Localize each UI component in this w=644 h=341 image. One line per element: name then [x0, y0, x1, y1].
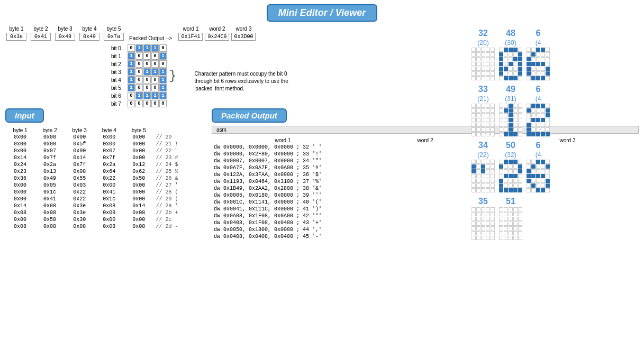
pixel-cell — [486, 160, 490, 164]
pixel-cell — [491, 76, 495, 80]
bit-cell[interactable]: 1 — [159, 84, 167, 91]
pixel-cell — [509, 231, 513, 235]
byte-value-2[interactable]: 0x41 — [31, 33, 51, 41]
bit-cell[interactable]: 1 — [143, 68, 151, 76]
pixel-cell — [504, 183, 508, 188]
bit-cell[interactable]: 0 — [135, 76, 143, 84]
char-number: 51 — [506, 197, 515, 206]
pixel-cell — [536, 104, 540, 108]
bit-cell[interactable]: 1 — [128, 84, 135, 91]
pixel-cell — [531, 113, 536, 117]
bit-cell[interactable]: 0 — [135, 52, 143, 60]
bit-cell[interactable]: 1 — [135, 44, 143, 52]
pixel-cell — [541, 48, 545, 52]
table-row: 0x080x080x3e0x080x08// 2b + — [5, 209, 196, 216]
pixel-grid — [527, 104, 550, 136]
pixel-cell — [486, 174, 490, 178]
pixel-cell — [486, 118, 490, 122]
pixel-cell — [536, 76, 540, 80]
bit-cell[interactable]: 0 — [143, 52, 151, 60]
pixel-cell — [491, 57, 495, 61]
pixel-cell — [531, 67, 536, 71]
input-cell: 0x08 — [35, 209, 65, 216]
bit-cell[interactable]: 0 — [135, 68, 143, 76]
byte-value-3[interactable]: 0x49 — [55, 33, 75, 41]
bit-cell[interactable]: 0 — [128, 100, 135, 107]
pixel-cell — [504, 113, 508, 117]
pixel-cell — [546, 160, 550, 164]
word-label-3: word 3 — [235, 26, 251, 32]
bit-cell[interactable]: 1 — [128, 76, 135, 84]
pixel-cell — [481, 118, 485, 122]
pixel-cell — [546, 48, 550, 52]
bit-cell[interactable]: 0 — [151, 100, 159, 107]
input-cell: 0x14 — [65, 154, 94, 161]
pixel-cell — [476, 76, 480, 80]
bit-cell[interactable]: 1 — [128, 60, 135, 68]
pixel-cell — [527, 127, 531, 132]
bit-cell[interactable]: 0 — [151, 76, 159, 84]
bit-cell[interactable]: 0 — [143, 60, 151, 68]
byte-value-5[interactable]: 0x7a — [104, 33, 124, 41]
pixel-cell — [499, 174, 503, 178]
bit-cell[interactable]: 1 — [128, 68, 135, 76]
pixel-cell — [504, 222, 508, 226]
pixel-cell — [518, 160, 522, 164]
pixel-cell — [486, 57, 490, 61]
input-cell: 0x00 — [5, 196, 35, 202]
pixel-cell — [513, 217, 518, 221]
bit-cell[interactable]: 0 — [151, 52, 159, 60]
bit-cell[interactable]: 1 — [159, 52, 167, 60]
bit-cell[interactable]: 1 — [151, 44, 159, 52]
pixel-cell — [513, 188, 518, 192]
pixel-cell — [541, 67, 545, 71]
pixel-cell — [509, 67, 513, 71]
bit-cell[interactable]: 0 — [135, 100, 143, 107]
pixel-cell — [476, 222, 480, 226]
bit-cell[interactable]: 0 — [128, 44, 135, 52]
char-number: 35 — [478, 197, 488, 206]
bit-cell[interactable]: 1 — [143, 44, 151, 52]
bit-cell[interactable]: 0 — [159, 100, 167, 107]
bit-cell[interactable]: 1 — [159, 76, 167, 84]
byte-value-1[interactable]: 0x3e — [6, 33, 26, 41]
pixel-cell — [499, 104, 503, 108]
pixel-cell — [513, 104, 518, 108]
bit-cell[interactable]: 0 — [143, 100, 151, 107]
pixel-cell — [518, 188, 522, 192]
app-title: Mini Editor / Viewer — [267, 4, 377, 22]
bit-cell[interactable]: 1 — [135, 92, 143, 99]
bit-cell[interactable]: 0 — [151, 84, 159, 91]
bit-cell[interactable]: 1 — [151, 92, 159, 99]
char-item: 6(4 — [527, 141, 550, 192]
pixel-cell — [513, 231, 518, 235]
bit-cell[interactable]: 0 — [143, 84, 151, 91]
bit-cell[interactable]: 0 — [135, 60, 143, 68]
bit-cell[interactable]: 0 — [135, 84, 143, 91]
pixel-cell — [527, 174, 531, 178]
pixel-cell — [476, 123, 480, 127]
pixel-cell — [513, 62, 518, 66]
bit-cell[interactable]: 0 — [143, 76, 151, 84]
pixel-cell — [499, 169, 503, 173]
bit-cell[interactable]: 0 — [159, 60, 167, 68]
pixel-cell — [499, 52, 503, 57]
bit-cell[interactable]: 1 — [151, 68, 159, 76]
pixel-cell — [504, 108, 508, 113]
bit-cell[interactable]: 1 — [143, 92, 151, 99]
bit-cell[interactable]: 0 — [151, 60, 159, 68]
pixel-cell — [513, 160, 518, 164]
pixel-cell — [476, 160, 480, 164]
pixel-cell — [536, 160, 540, 164]
bit-cell[interactable]: 1 — [128, 52, 135, 60]
bit-cell[interactable]: 0 — [128, 92, 135, 99]
bit-cell[interactable]: 1 — [159, 92, 167, 99]
bit-cell[interactable]: 0 — [159, 44, 167, 52]
pixel-cell — [481, 207, 485, 211]
pixel-cell — [491, 67, 495, 71]
input-col-h6 — [153, 127, 196, 134]
pixel-cell — [499, 236, 503, 240]
pixel-cell — [531, 169, 536, 173]
bit-cell[interactable]: 1 — [159, 68, 167, 76]
byte-value-4[interactable]: 0x49 — [79, 33, 99, 41]
